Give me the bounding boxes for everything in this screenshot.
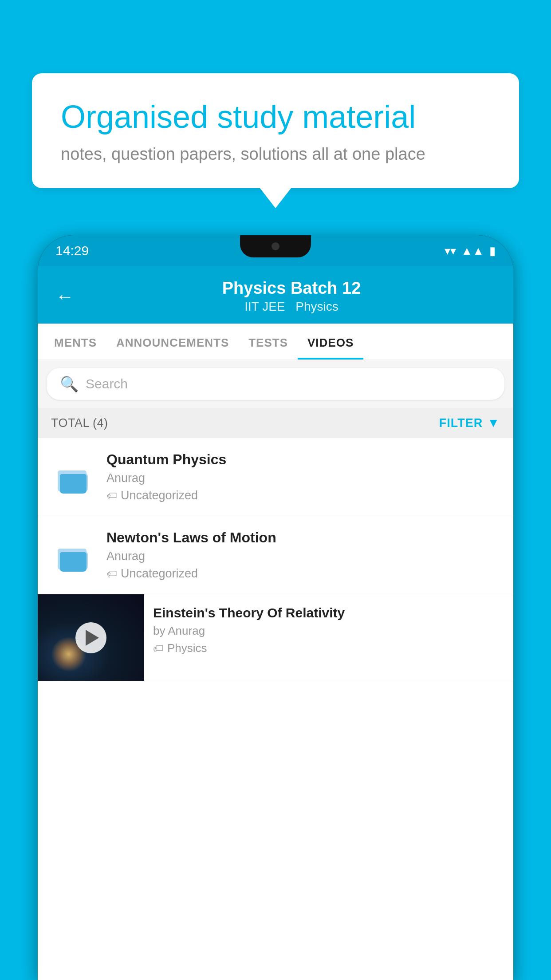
bubble-title: Organised study material: [61, 98, 490, 136]
video-info-2: Newton's Laws of Motion Anurag 🏷 Uncateg…: [106, 530, 500, 581]
header-sub-tags: IIT JEE Physics: [87, 300, 496, 314]
speech-bubble-container: Organised study material notes, question…: [32, 73, 519, 208]
tab-announcements[interactable]: ANNOUNCEMENTS: [106, 324, 239, 360]
video-title-3: Einstein's Theory Of Relativity: [153, 605, 504, 620]
app-content: ← Physics Batch 12 IIT JEE Physics MENTS…: [38, 266, 513, 980]
video-title-2: Newton's Laws of Motion: [106, 530, 500, 546]
folder-icon-2: [55, 537, 91, 573]
video-tag-1: 🏷 Uncategorized: [106, 489, 500, 502]
total-count: TOTAL (4): [51, 416, 108, 430]
tab-videos[interactable]: VIDEOS: [298, 324, 363, 360]
video-thumbnail-3: [38, 594, 144, 681]
video-item-2[interactable]: Newton's Laws of Motion Anurag 🏷 Uncateg…: [38, 516, 513, 594]
video-thumb-1: [51, 456, 95, 498]
video-tag-3: 🏷 Physics: [153, 641, 504, 655]
tab-tests[interactable]: TESTS: [239, 324, 298, 360]
wifi-icon: ▾▾: [445, 244, 456, 258]
video-author-3: by Anurag: [153, 624, 504, 638]
notch: [240, 235, 311, 257]
video-tag-2: 🏷 Uncategorized: [106, 567, 500, 581]
speech-bubble-arrow: [260, 188, 291, 208]
search-bar-container: 🔍 Search: [38, 360, 513, 408]
filter-button[interactable]: FILTER ▼: [439, 416, 500, 430]
battery-icon: ▮: [489, 244, 496, 258]
tag-icon-2: 🏷: [106, 568, 117, 580]
bubble-subtitle: notes, question papers, solutions all at…: [61, 145, 490, 164]
signal-icon: ▲▲: [461, 244, 484, 258]
video-title-1: Quantum Physics: [106, 451, 500, 468]
speech-bubble: Organised study material notes, question…: [32, 73, 519, 188]
tag-iit-jee: IIT JEE: [244, 300, 285, 313]
tabs-bar: MENTS ANNOUNCEMENTS TESTS VIDEOS: [38, 324, 513, 360]
play-triangle-icon: [86, 630, 99, 646]
tag-icon-1: 🏷: [106, 490, 117, 502]
status-time: 14:29: [55, 243, 89, 258]
video-item-1[interactable]: Quantum Physics Anurag 🏷 Uncategorized: [38, 438, 513, 516]
back-button[interactable]: ←: [55, 286, 74, 307]
status-icons: ▾▾ ▲▲ ▮: [445, 244, 496, 258]
header-main-title: Physics Batch 12: [87, 279, 496, 298]
tag-physics: Physics: [295, 300, 338, 313]
search-icon: 🔍: [60, 375, 79, 393]
play-button-3[interactable]: [75, 622, 106, 653]
tab-ments[interactable]: MENTS: [44, 324, 106, 360]
video-info-3: Einstein's Theory Of Relativity by Anura…: [144, 594, 513, 666]
video-thumb-2: [51, 534, 95, 576]
video-author-1: Anurag: [106, 471, 500, 485]
status-bar: 14:29 ▾▾ ▲▲ ▮: [38, 235, 513, 266]
filter-funnel-icon: ▼: [487, 416, 500, 430]
video-item-3[interactable]: Einstein's Theory Of Relativity by Anura…: [38, 594, 513, 681]
video-author-2: Anurag: [106, 549, 500, 563]
search-bar[interactable]: 🔍 Search: [47, 368, 504, 400]
search-placeholder: Search: [86, 376, 128, 391]
app-header: ← Physics Batch 12 IIT JEE Physics: [38, 266, 513, 324]
header-title-block: Physics Batch 12 IIT JEE Physics: [87, 279, 496, 314]
video-list: Quantum Physics Anurag 🏷 Uncategorized: [38, 438, 513, 980]
filter-bar: TOTAL (4) FILTER ▼: [38, 408, 513, 438]
filter-label: FILTER: [439, 416, 483, 430]
video-info-1: Quantum Physics Anurag 🏷 Uncategorized: [106, 451, 500, 502]
folder-icon-1: [55, 459, 91, 495]
camera-dot: [272, 242, 279, 250]
phone-frame: 14:29 ▾▾ ▲▲ ▮ ← Physics Batch 12 IIT JEE…: [38, 235, 513, 980]
tag-icon-3: 🏷: [153, 642, 164, 655]
